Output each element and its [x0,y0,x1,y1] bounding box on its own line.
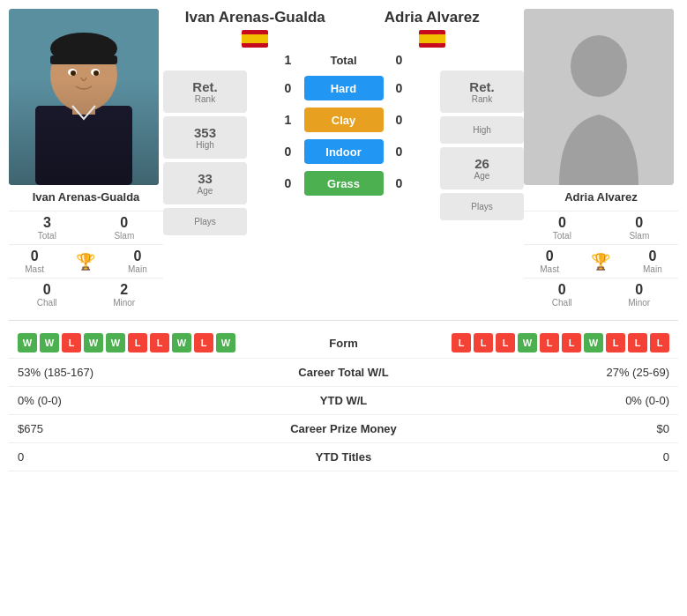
clay-score-right: 0 [391,113,408,127]
middle-section: Ivan Arenas-Gualda Adria Alvarez [163,9,524,239]
stats-center-label: YTD Titles [256,450,432,464]
form-badge-left: L [128,333,147,353]
form-badge-right: L [562,333,581,353]
left-rank-card: Ret. Rank [163,71,247,113]
left-age-card: 33 Age [163,162,247,204]
player-stats-right: 0 Total 0 Slam 0 Mast 🏆 0 [524,211,678,311]
form-badge-right: L [452,333,471,353]
stat-row-chall-minor-right: 0 Chall 0 Minor [524,278,678,311]
stats-row: 0 YTD Titles 0 [9,443,678,471]
form-badge-left: L [150,333,169,353]
stats-row: 53% (185-167) Career Total W/L 27% (25-6… [9,359,678,387]
grass-badge: Grass [304,171,384,196]
form-left-badges: WWLWWLLWLW [18,333,282,353]
left-player-flag [242,30,268,48]
form-badge-left: W [84,333,103,353]
left-player-header: Ivan Arenas-Gualda [167,9,344,48]
right-high-card: High [440,116,524,144]
right-plays-card: Plays [440,193,524,220]
form-label: Form [282,337,406,350]
right-player-flag [419,30,445,48]
stats-right-val: $0 [432,422,670,435]
stat-total-right: 0 Total [553,215,571,241]
player-photo-right [524,9,674,185]
svg-point-11 [571,35,627,97]
total-score-right: 0 [391,53,408,67]
svg-rect-2 [72,88,95,115]
stats-right-val: 0 [432,450,670,464]
svg-rect-0 [9,9,159,185]
form-badge-left: L [62,333,81,353]
surface-row-clay: 1 Clay 0 [250,106,437,134]
form-badge-right: L [650,333,669,353]
main-container: Ivan Arenas-Gualda 3 Total 0 Slam 0 Ma [0,0,687,480]
stats-row: 0% (0-0) YTD W/L 0% (0-0) [9,387,678,415]
stat-chall-right: 0 Chall [552,282,572,308]
form-badge-left: W [18,333,37,353]
svg-rect-1 [35,106,132,185]
form-row: WWLWWLLWLW Form LLLWLLWLLL [9,328,678,359]
form-badge-left: W [172,333,191,353]
player-card-left: Ivan Arenas-Gualda 3 Total 0 Slam 0 Ma [9,9,163,311]
stat-minor-left: 2 Minor [113,282,135,308]
player-name-right: Adria Alvarez [524,190,678,204]
hard-score-left: 0 [280,81,297,95]
left-high-card: 353 High [163,116,247,159]
stats-left-val: 0 [18,450,256,464]
right-age-card: 26 Age [440,147,524,189]
total-score-left: 1 [280,53,297,67]
stats-center-label: Career Prize Money [256,422,432,435]
form-right-badges: LLLWLLWLLL [406,333,670,353]
player-name-left: Ivan Arenas-Gualda [9,190,163,204]
grass-score-left: 0 [280,176,297,190]
svg-point-3 [50,38,117,112]
stats-left-val: $675 [18,422,256,435]
stat-main-left: 0 Main [128,249,147,274]
svg-point-4 [50,33,117,64]
svg-rect-5 [50,56,117,64]
indoor-score-left: 0 [280,145,297,159]
player-photo-left [9,9,159,185]
stat-minor-right: 0 Minor [628,282,650,308]
hard-score-right: 0 [391,81,408,95]
left-plays-card: Plays [163,208,247,235]
clay-score-left: 1 [280,113,297,127]
stats-right-val: 27% (25-69) [432,366,670,379]
stat-row-total-slam: 3 Total 0 Slam [9,211,163,244]
surface-badges-section: 0 Hard 0 1 Clay 0 0 Indoor 0 [250,71,437,197]
left-rank-section: Ret. Rank 353 High 33 Age Plays [163,71,247,239]
stat-total-left: 3 Total [38,215,56,241]
form-badge-left: W [40,333,59,353]
stat-slam-left: 0 Slam [114,215,134,241]
hard-badge: Hard [304,76,384,100]
total-label: Total [304,54,384,67]
stats-left-val: 0% (0-0) [18,394,256,407]
player-card-right: Adria Alvarez 0 Total 0 Slam 0 Mast [524,9,678,311]
player-comparison: Ivan Arenas-Gualda 3 Total 0 Slam 0 Ma [9,9,678,311]
stats-center-label: YTD W/L [256,394,432,407]
stats-row: $675 Career Prize Money $0 [9,415,678,443]
stats-left-val: 53% (185-167) [18,366,256,379]
form-badge-right: L [496,333,515,353]
stat-main-right: 0 Main [643,249,662,274]
form-badge-left: W [216,333,235,353]
clay-badge: Clay [304,108,384,132]
form-badge-right: L [606,333,625,353]
right-player-header: Adria Alvarez [344,9,521,48]
svg-point-9 [93,71,99,76]
stat-row-chall-minor: 0 Chall 2 Minor [9,278,163,311]
stat-slam-right: 0 Slam [629,215,649,241]
right-player-name-center: Adria Alvarez [344,9,521,26]
surface-row-indoor: 0 Indoor 0 [250,137,437,166]
stat-row-mast-main-right: 0 Mast 🏆 0 Main [524,244,678,278]
grass-score-right: 0 [391,176,408,190]
stat-row-mast-main: 0 Mast 🏆 0 Main [9,244,163,278]
stat-mast-right: 0 Mast [540,249,559,274]
stat-row-total-slam-right: 0 Total 0 Slam [524,211,678,244]
form-badge-right: L [474,333,493,353]
form-badge-left: L [194,333,213,353]
stats-right-val: 0% (0-0) [432,394,670,407]
form-section: WWLWWLLWLW Form LLLWLLWLLL 53% (185-167)… [9,320,678,471]
trophy-icon-right: 🏆 [591,252,610,271]
total-row: 1 Total 0 [163,53,524,67]
